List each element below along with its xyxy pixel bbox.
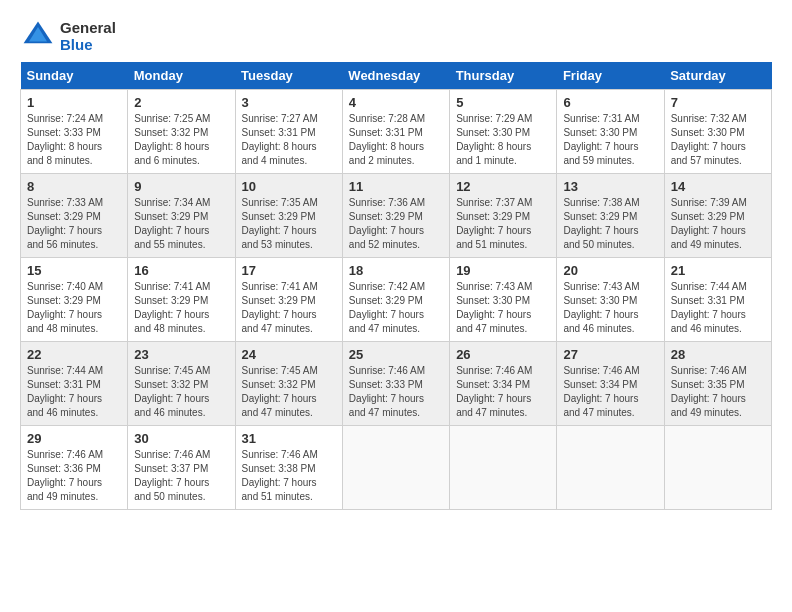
day-info: Sunrise: 7:46 AMSunset: 3:34 PMDaylight:… xyxy=(456,364,550,420)
day-cell-4: 4Sunrise: 7:28 AMSunset: 3:31 PMDaylight… xyxy=(342,90,449,174)
day-cell-25: 25Sunrise: 7:46 AMSunset: 3:33 PMDayligh… xyxy=(342,342,449,426)
day-cell-18: 18Sunrise: 7:42 AMSunset: 3:29 PMDayligh… xyxy=(342,258,449,342)
header: General Blue xyxy=(20,18,772,54)
day-info: Sunrise: 7:36 AMSunset: 3:29 PMDaylight:… xyxy=(349,196,443,252)
day-cell-15: 15Sunrise: 7:40 AMSunset: 3:29 PMDayligh… xyxy=(21,258,128,342)
day-info: Sunrise: 7:33 AMSunset: 3:29 PMDaylight:… xyxy=(27,196,121,252)
day-info: Sunrise: 7:43 AMSunset: 3:30 PMDaylight:… xyxy=(456,280,550,336)
day-number: 18 xyxy=(349,263,443,278)
day-cell-22: 22Sunrise: 7:44 AMSunset: 3:31 PMDayligh… xyxy=(21,342,128,426)
day-number: 5 xyxy=(456,95,550,110)
day-number: 17 xyxy=(242,263,336,278)
day-number: 25 xyxy=(349,347,443,362)
day-cell-16: 16Sunrise: 7:41 AMSunset: 3:29 PMDayligh… xyxy=(128,258,235,342)
empty-cell xyxy=(342,426,449,510)
day-cell-30: 30Sunrise: 7:46 AMSunset: 3:37 PMDayligh… xyxy=(128,426,235,510)
calendar-table: SundayMondayTuesdayWednesdayThursdayFrid… xyxy=(20,62,772,510)
day-number: 10 xyxy=(242,179,336,194)
day-info: Sunrise: 7:28 AMSunset: 3:31 PMDaylight:… xyxy=(349,112,443,168)
day-info: Sunrise: 7:46 AMSunset: 3:34 PMDaylight:… xyxy=(563,364,657,420)
weekday-header-saturday: Saturday xyxy=(664,62,771,90)
day-number: 12 xyxy=(456,179,550,194)
day-info: Sunrise: 7:38 AMSunset: 3:29 PMDaylight:… xyxy=(563,196,657,252)
day-number: 19 xyxy=(456,263,550,278)
empty-cell xyxy=(557,426,664,510)
day-cell-31: 31Sunrise: 7:46 AMSunset: 3:38 PMDayligh… xyxy=(235,426,342,510)
day-number: 28 xyxy=(671,347,765,362)
day-number: 3 xyxy=(242,95,336,110)
day-number: 6 xyxy=(563,95,657,110)
day-number: 23 xyxy=(134,347,228,362)
day-cell-9: 9Sunrise: 7:34 AMSunset: 3:29 PMDaylight… xyxy=(128,174,235,258)
week-row-5: 29Sunrise: 7:46 AMSunset: 3:36 PMDayligh… xyxy=(21,426,772,510)
day-number: 13 xyxy=(563,179,657,194)
day-number: 22 xyxy=(27,347,121,362)
day-info: Sunrise: 7:40 AMSunset: 3:29 PMDaylight:… xyxy=(27,280,121,336)
day-cell-14: 14Sunrise: 7:39 AMSunset: 3:29 PMDayligh… xyxy=(664,174,771,258)
day-cell-2: 2Sunrise: 7:25 AMSunset: 3:32 PMDaylight… xyxy=(128,90,235,174)
day-number: 20 xyxy=(563,263,657,278)
day-number: 27 xyxy=(563,347,657,362)
day-cell-7: 7Sunrise: 7:32 AMSunset: 3:30 PMDaylight… xyxy=(664,90,771,174)
day-cell-13: 13Sunrise: 7:38 AMSunset: 3:29 PMDayligh… xyxy=(557,174,664,258)
logo-icon xyxy=(20,18,56,54)
day-number: 4 xyxy=(349,95,443,110)
day-cell-28: 28Sunrise: 7:46 AMSunset: 3:35 PMDayligh… xyxy=(664,342,771,426)
day-cell-17: 17Sunrise: 7:41 AMSunset: 3:29 PMDayligh… xyxy=(235,258,342,342)
day-number: 26 xyxy=(456,347,550,362)
day-info: Sunrise: 7:46 AMSunset: 3:36 PMDaylight:… xyxy=(27,448,121,504)
day-info: Sunrise: 7:32 AMSunset: 3:30 PMDaylight:… xyxy=(671,112,765,168)
day-cell-11: 11Sunrise: 7:36 AMSunset: 3:29 PMDayligh… xyxy=(342,174,449,258)
day-info: Sunrise: 7:25 AMSunset: 3:32 PMDaylight:… xyxy=(134,112,228,168)
day-cell-23: 23Sunrise: 7:45 AMSunset: 3:32 PMDayligh… xyxy=(128,342,235,426)
day-info: Sunrise: 7:34 AMSunset: 3:29 PMDaylight:… xyxy=(134,196,228,252)
day-cell-6: 6Sunrise: 7:31 AMSunset: 3:30 PMDaylight… xyxy=(557,90,664,174)
day-number: 30 xyxy=(134,431,228,446)
day-cell-21: 21Sunrise: 7:44 AMSunset: 3:31 PMDayligh… xyxy=(664,258,771,342)
weekday-header-row: SundayMondayTuesdayWednesdayThursdayFrid… xyxy=(21,62,772,90)
day-info: Sunrise: 7:41 AMSunset: 3:29 PMDaylight:… xyxy=(242,280,336,336)
day-info: Sunrise: 7:45 AMSunset: 3:32 PMDaylight:… xyxy=(134,364,228,420)
day-cell-1: 1Sunrise: 7:24 AMSunset: 3:33 PMDaylight… xyxy=(21,90,128,174)
logo-text: General Blue xyxy=(60,19,116,54)
day-number: 14 xyxy=(671,179,765,194)
day-info: Sunrise: 7:24 AMSunset: 3:33 PMDaylight:… xyxy=(27,112,121,168)
week-row-4: 22Sunrise: 7:44 AMSunset: 3:31 PMDayligh… xyxy=(21,342,772,426)
day-info: Sunrise: 7:46 AMSunset: 3:35 PMDaylight:… xyxy=(671,364,765,420)
logo: General Blue xyxy=(20,18,116,54)
weekday-header-wednesday: Wednesday xyxy=(342,62,449,90)
day-cell-10: 10Sunrise: 7:35 AMSunset: 3:29 PMDayligh… xyxy=(235,174,342,258)
empty-cell xyxy=(664,426,771,510)
day-number: 15 xyxy=(27,263,121,278)
day-cell-3: 3Sunrise: 7:27 AMSunset: 3:31 PMDaylight… xyxy=(235,90,342,174)
day-info: Sunrise: 7:42 AMSunset: 3:29 PMDaylight:… xyxy=(349,280,443,336)
day-info: Sunrise: 7:45 AMSunset: 3:32 PMDaylight:… xyxy=(242,364,336,420)
day-info: Sunrise: 7:46 AMSunset: 3:33 PMDaylight:… xyxy=(349,364,443,420)
weekday-header-sunday: Sunday xyxy=(21,62,128,90)
weekday-header-thursday: Thursday xyxy=(450,62,557,90)
day-info: Sunrise: 7:37 AMSunset: 3:29 PMDaylight:… xyxy=(456,196,550,252)
week-row-2: 8Sunrise: 7:33 AMSunset: 3:29 PMDaylight… xyxy=(21,174,772,258)
weekday-header-tuesday: Tuesday xyxy=(235,62,342,90)
day-cell-20: 20Sunrise: 7:43 AMSunset: 3:30 PMDayligh… xyxy=(557,258,664,342)
day-number: 16 xyxy=(134,263,228,278)
day-info: Sunrise: 7:31 AMSunset: 3:30 PMDaylight:… xyxy=(563,112,657,168)
weekday-header-friday: Friday xyxy=(557,62,664,90)
day-info: Sunrise: 7:43 AMSunset: 3:30 PMDaylight:… xyxy=(563,280,657,336)
day-info: Sunrise: 7:39 AMSunset: 3:29 PMDaylight:… xyxy=(671,196,765,252)
day-cell-5: 5Sunrise: 7:29 AMSunset: 3:30 PMDaylight… xyxy=(450,90,557,174)
day-number: 2 xyxy=(134,95,228,110)
day-number: 21 xyxy=(671,263,765,278)
day-number: 31 xyxy=(242,431,336,446)
day-cell-26: 26Sunrise: 7:46 AMSunset: 3:34 PMDayligh… xyxy=(450,342,557,426)
week-row-1: 1Sunrise: 7:24 AMSunset: 3:33 PMDaylight… xyxy=(21,90,772,174)
day-number: 9 xyxy=(134,179,228,194)
day-number: 29 xyxy=(27,431,121,446)
day-info: Sunrise: 7:46 AMSunset: 3:38 PMDaylight:… xyxy=(242,448,336,504)
page: General Blue SundayMondayTuesdayWednesda… xyxy=(0,0,792,520)
day-number: 24 xyxy=(242,347,336,362)
day-number: 11 xyxy=(349,179,443,194)
empty-cell xyxy=(450,426,557,510)
day-info: Sunrise: 7:44 AMSunset: 3:31 PMDaylight:… xyxy=(671,280,765,336)
day-cell-12: 12Sunrise: 7:37 AMSunset: 3:29 PMDayligh… xyxy=(450,174,557,258)
